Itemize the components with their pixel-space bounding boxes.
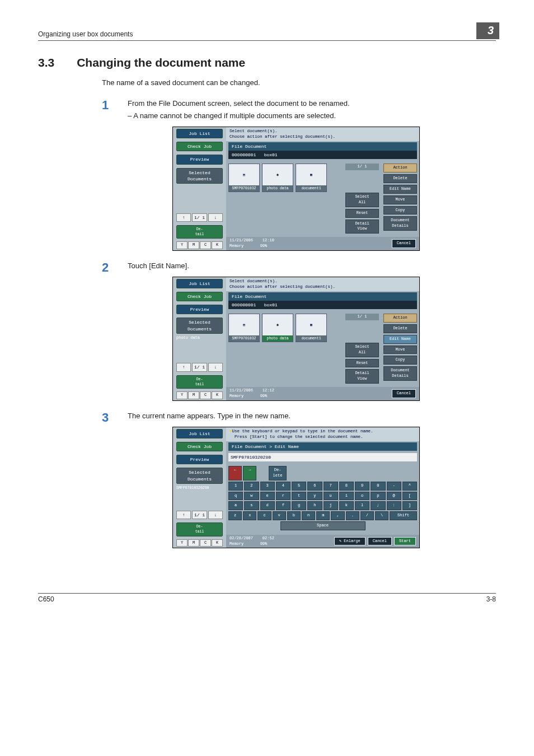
btn-copy[interactable]: Copy [383,356,417,365]
key-e[interactable]: e [260,492,275,501]
thumb-2-selected[interactable]: ◉photo data [262,314,293,342]
key-8[interactable]: 8 [339,482,354,491]
btn-select-all[interactable]: Select All [345,193,379,207]
btn-detail-view[interactable]: Detail View [345,369,379,384]
btn-check-job[interactable]: Check Job [176,442,223,451]
key-@[interactable]: @ [387,492,401,501]
key-o[interactable]: o [355,492,369,501]
key-7[interactable]: 7 [324,482,338,491]
key-2[interactable]: 2 [244,482,259,491]
key-y[interactable]: y [307,492,322,501]
key-d[interactable]: d [260,501,275,510]
key-j[interactable]: j [324,501,338,510]
btn-job-list[interactable]: Job List [176,429,223,438]
key-l[interactable]: l [355,501,369,510]
thumb-2[interactable]: ◉photo data [262,164,293,192]
key-arrow-left[interactable]: ← [228,466,242,480]
btn-delete[interactable]: Delete [383,174,417,183]
key-^[interactable]: ^ [402,482,417,491]
key-v[interactable]: v [273,511,286,520]
btn-edit-name[interactable]: Edit Name [383,335,417,344]
btn-job-list[interactable]: Job List [176,129,223,138]
btn-doc-details[interactable]: Document Details [383,216,417,231]
key-i[interactable]: i [339,492,354,501]
thumb-1[interactable]: ▤SMFP0701032 [228,314,260,342]
key-shift[interactable]: Shift [390,511,417,520]
key-f[interactable]: f [276,501,291,510]
key-][interactable]: ] [402,501,417,510]
nav-down-icon[interactable]: ↓ [208,213,223,222]
key-s[interactable]: s [244,501,259,510]
key-:[interactable]: : [387,501,401,510]
key-g[interactable]: g [292,501,306,510]
key-c[interactable]: c [257,511,271,520]
btn-check-job[interactable]: Check Job [176,142,223,151]
btn-detail[interactable]: De- tail [176,225,223,239]
key-a[interactable]: a [228,501,243,510]
key-\[interactable]: \ [375,511,388,520]
key-r[interactable]: r [276,492,291,501]
btn-job-list[interactable]: Job List [176,279,223,288]
btn-detail[interactable]: De- tail [176,522,223,536]
key-u[interactable]: u [324,492,338,501]
tab-file-document[interactable]: File Document [228,142,417,151]
btn-detail[interactable]: De- tail [176,375,223,389]
key--[interactable]: - [387,482,401,491]
key-;[interactable]: ; [371,501,385,510]
btn-select-all[interactable]: Select All [345,343,379,357]
btn-copy[interactable]: Copy [383,206,417,215]
tab-file-document[interactable]: File Document [228,292,417,301]
btn-preview[interactable]: Preview [176,155,223,164]
key-,[interactable]: , [331,511,344,520]
key-9[interactable]: 9 [355,482,369,491]
key-w[interactable]: w [244,492,259,501]
nav-down-icon[interactable]: ↓ [208,511,223,519]
key-z[interactable]: z [228,511,242,520]
btn-move[interactable]: Move [383,346,417,354]
key-[[interactable]: [ [402,492,417,501]
btn-reset[interactable]: Reset [345,209,379,218]
key-0[interactable]: 0 [371,482,385,491]
key-6[interactable]: 6 [307,482,322,491]
nav-up-icon[interactable]: ↑ [176,363,191,371]
key-x[interactable]: x [243,511,256,520]
key-arrow-right[interactable]: → [243,466,256,480]
thumb-3[interactable]: ▦document1 [296,164,327,192]
key-n[interactable]: n [302,511,315,520]
btn-cancel[interactable]: Cancel [392,389,416,398]
btn-doc-details[interactable]: Document Details [383,366,417,381]
key-space[interactable]: Space [280,521,366,530]
thumb-3[interactable]: ▦document1 [296,314,327,342]
btn-move[interactable]: Move [383,195,417,204]
key-4[interactable]: 4 [276,482,291,491]
key-delete[interactable]: De- lete [269,466,287,480]
btn-edit-name[interactable]: Edit Name [383,185,417,194]
btn-detail-view[interactable]: Detail View [345,220,379,234]
btn-preview[interactable]: Preview [176,455,223,464]
btn-cancel[interactable]: Cancel [392,239,416,248]
key-q[interactable]: q [228,492,243,501]
btn-cancel[interactable]: Cancel [368,537,392,546]
btn-enlarge[interactable]: ✎ Enlarge [334,537,366,546]
key-/[interactable]: / [360,511,374,520]
name-input[interactable]: SMFP07010320280 [228,453,417,461]
key-1[interactable]: 1 [228,482,243,491]
key-3[interactable]: 3 [260,482,275,491]
key-b[interactable]: b [287,511,301,520]
btn-preview[interactable]: Preview [176,305,223,314]
btn-start[interactable]: Start [394,537,416,546]
key-t[interactable]: t [292,492,306,501]
key-.[interactable]: . [346,511,359,520]
nav-down-icon[interactable]: ↓ [208,363,223,371]
key-5[interactable]: 5 [292,482,306,491]
thumb-1[interactable]: ▤SMFP0701032 [228,164,260,192]
btn-reset[interactable]: Reset [345,359,379,368]
btn-delete[interactable]: Delete [383,324,417,333]
nav-up-icon[interactable]: ↑ [176,511,191,519]
key-p[interactable]: p [371,492,385,501]
btn-check-job[interactable]: Check Job [176,292,223,301]
nav-up-icon[interactable]: ↑ [176,213,191,222]
key-h[interactable]: h [307,501,322,510]
key-k[interactable]: k [339,501,354,510]
key-m[interactable]: m [316,511,330,520]
